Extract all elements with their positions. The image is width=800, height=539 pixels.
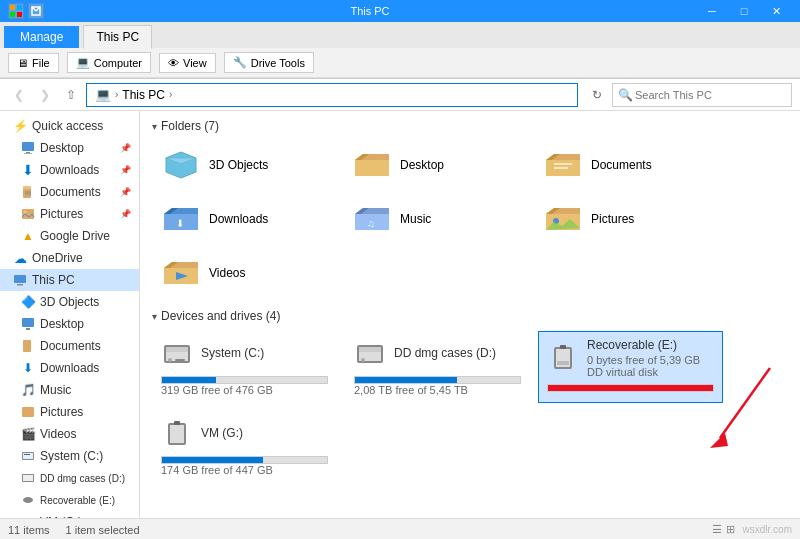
search-input[interactable] bbox=[612, 83, 792, 107]
up-button[interactable]: ⇧ bbox=[60, 84, 82, 106]
desktop-icon bbox=[20, 140, 36, 156]
ribbon-btn-view[interactable]: 👁 View bbox=[159, 53, 216, 73]
folder-label-3dobjects: 3D Objects bbox=[209, 158, 268, 172]
tab-this-pc[interactable]: This PC bbox=[83, 25, 152, 49]
downloads-icon: ⬇ bbox=[20, 162, 36, 178]
refresh-button[interactable]: ↻ bbox=[586, 84, 608, 106]
documents2-icon bbox=[20, 338, 36, 354]
sidebar-item-documents2[interactable]: Documents bbox=[0, 335, 139, 357]
drive-bar-d bbox=[355, 377, 457, 383]
address-input[interactable]: 💻 › This PC › bbox=[86, 83, 578, 107]
sidebar-item-dd-dmg[interactable]: DD dmg cases (D:) bbox=[0, 467, 139, 489]
drive-size-c: 319 GB free of 476 GB bbox=[161, 384, 328, 396]
sidebar-item-desktop2[interactable]: Desktop bbox=[0, 313, 139, 335]
sidebar-label-vm-g: VM (G:) bbox=[40, 515, 82, 518]
svg-rect-21 bbox=[22, 407, 34, 417]
folder-item-music[interactable]: ♫ Music bbox=[343, 195, 528, 243]
folders-section-header[interactable]: ▾ Folders (7) bbox=[152, 119, 788, 133]
drive-item-system-c[interactable]: System (C:) 319 GB free of 476 GB bbox=[152, 331, 337, 403]
maximize-button[interactable]: □ bbox=[728, 0, 760, 22]
grid-view-icon[interactable]: ⊞ bbox=[726, 523, 735, 536]
folder-item-desktop[interactable]: Desktop bbox=[343, 141, 528, 189]
pin-icon-dl: 📌 bbox=[120, 165, 131, 175]
sidebar-item-vm-g[interactable]: VM (G:) bbox=[0, 511, 139, 518]
address-folder-icon: 💻 bbox=[95, 87, 111, 102]
svg-rect-63 bbox=[174, 421, 180, 425]
sidebar-item-documents[interactable]: Documents 📌 bbox=[0, 181, 139, 203]
svg-rect-62 bbox=[170, 425, 184, 443]
drive-item-dd-dmg[interactable]: DD dmg cases (D:) 2,08 TB free of 5,45 T… bbox=[345, 331, 530, 403]
drive-tools-icon: 🔧 bbox=[233, 56, 247, 69]
folder-icon-pictures bbox=[543, 201, 583, 237]
sidebar-item-3d-objects[interactable]: 🔷 3D Objects bbox=[0, 291, 139, 313]
music-icon: 🎵 bbox=[20, 382, 36, 398]
svg-rect-55 bbox=[359, 347, 381, 352]
sidebar-label-music: Music bbox=[40, 383, 71, 397]
list-view-icon[interactable]: ☰ bbox=[712, 523, 722, 536]
drive-header-e: Recoverable (E:) 0 bytes free of 5,39 GB… bbox=[547, 338, 714, 378]
sidebar-item-quick-access[interactable]: ⚡ Quick access bbox=[0, 115, 139, 137]
sidebar-item-system-c[interactable]: System (C:) bbox=[0, 445, 139, 467]
drive-item-vm-g[interactable]: VM (G:) 174 GB free of 447 GB bbox=[152, 411, 337, 483]
quick-access-icon: ⚡ bbox=[12, 118, 28, 134]
folder-item-downloads[interactable]: ⬇ Downloads bbox=[152, 195, 337, 243]
folder-icon-3dobjects bbox=[161, 147, 201, 183]
drive-bar-g bbox=[162, 457, 263, 463]
svg-point-56 bbox=[361, 358, 365, 362]
drive-name-e: Recoverable (E:) bbox=[587, 338, 714, 352]
minimize-button[interactable]: ─ bbox=[696, 0, 728, 22]
title-bar-icon2 bbox=[28, 3, 44, 19]
google-drive-icon: ▲ bbox=[20, 228, 36, 244]
folder-item-3dobjects[interactable]: 3D Objects bbox=[152, 141, 337, 189]
sidebar-item-google-drive[interactable]: ▲ Google Drive bbox=[0, 225, 139, 247]
ribbon-btn-file[interactable]: 🖥 File bbox=[8, 53, 59, 73]
svg-text:⬇: ⬇ bbox=[176, 218, 184, 229]
title-bar: This PC ─ □ ✕ bbox=[0, 0, 800, 22]
downloads2-icon: ⬇ bbox=[20, 360, 36, 376]
drives-chevron: ▾ bbox=[152, 311, 157, 322]
file-icon: 🖥 bbox=[17, 57, 28, 69]
folders-chevron: ▾ bbox=[152, 121, 157, 132]
ribbon-btn-drive-tools[interactable]: 🔧 Drive Tools bbox=[224, 52, 314, 73]
drives-grid-row2: VM (G:) 174 GB free of 447 GB bbox=[152, 411, 788, 483]
back-button[interactable]: ❮ bbox=[8, 84, 30, 106]
sidebar-item-onedrive[interactable]: ☁ OneDrive bbox=[0, 247, 139, 269]
ribbon-btn-computer[interactable]: 💻 Computer bbox=[67, 52, 151, 73]
sidebar-item-downloads[interactable]: ⬇ Downloads 📌 bbox=[0, 159, 139, 181]
folder-label-music: Music bbox=[400, 212, 431, 226]
folder-item-pictures[interactable]: Pictures bbox=[534, 195, 719, 243]
forward-button[interactable]: ❯ bbox=[34, 84, 56, 106]
close-button[interactable]: ✕ bbox=[760, 0, 792, 22]
svg-rect-20 bbox=[23, 340, 31, 352]
tab-manage[interactable]: Manage bbox=[4, 26, 79, 48]
drives-section-header[interactable]: ▾ Devices and drives (4) bbox=[152, 309, 788, 323]
folders-section-title: Folders (7) bbox=[161, 119, 219, 133]
sidebar-item-music[interactable]: 🎵 Music bbox=[0, 379, 139, 401]
folder-icon-desktop bbox=[352, 147, 392, 183]
drives-section-title: Devices and drives (4) bbox=[161, 309, 280, 323]
title-bar-controls: ─ □ ✕ bbox=[696, 0, 792, 22]
view-icons[interactable]: ☰ ⊞ bbox=[712, 523, 735, 536]
folder-item-documents[interactable]: Documents bbox=[534, 141, 719, 189]
svg-rect-23 bbox=[23, 453, 33, 459]
sidebar-item-pictures2[interactable]: Pictures bbox=[0, 401, 139, 423]
sidebar-item-downloads2[interactable]: ⬇ Downloads bbox=[0, 357, 139, 379]
folder-item-videos[interactable]: Videos bbox=[152, 249, 337, 297]
sidebar: ⚡ Quick access Desktop 📌 ⬇ Downloads 📌 D… bbox=[0, 111, 140, 518]
sidebar-item-videos[interactable]: 🎬 Videos bbox=[0, 423, 139, 445]
drive-item-recoverable-e[interactable]: Recoverable (E:) 0 bytes free of 5,39 GB… bbox=[538, 331, 723, 403]
sidebar-label-this-pc: This PC bbox=[32, 273, 75, 287]
drive-header-g: VM (G:) bbox=[161, 418, 328, 450]
sidebar-item-recoverable-e[interactable]: Recoverable (E:) bbox=[0, 489, 139, 511]
folder-grid: 3D Objects Desktop Documents bbox=[152, 141, 788, 297]
sidebar-item-this-pc[interactable]: This PC bbox=[0, 269, 139, 291]
drive-name-c: System (C:) bbox=[201, 346, 328, 360]
sidebar-item-pictures[interactable]: Pictures 📌 bbox=[0, 203, 139, 225]
computer-icon: 💻 bbox=[76, 56, 90, 69]
ribbon-btn-file-label: File bbox=[32, 57, 50, 69]
main-area: ⚡ Quick access Desktop 📌 ⬇ Downloads 📌 D… bbox=[0, 111, 800, 518]
sidebar-item-desktop[interactable]: Desktop 📌 bbox=[0, 137, 139, 159]
videos-icon: 🎬 bbox=[20, 426, 36, 442]
drive-bar-e bbox=[548, 385, 713, 391]
drive-info-d: DD dmg cases (D:) bbox=[394, 346, 521, 362]
